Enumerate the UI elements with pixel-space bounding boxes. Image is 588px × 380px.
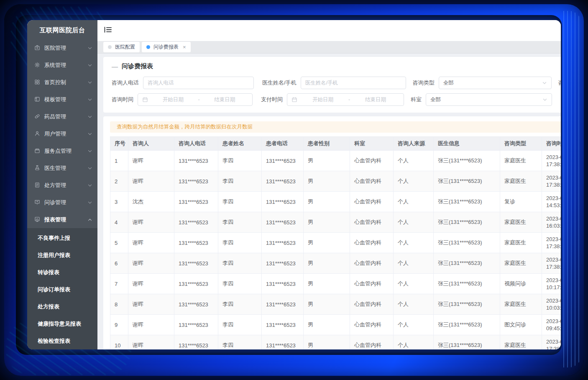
cell-gender: 男 [304,294,350,315]
column-header-2: 咨询人电话 [174,137,218,151]
box-icon [34,148,41,154]
table-row: 4谢晖131****6523李四131****6523男心血管内科个人张三(13… [110,212,561,233]
submenu-item-6[interactable]: 检验检查报表 [27,332,97,349]
user-icon [34,131,41,137]
chevron-down-icon [87,200,92,205]
cell-patient: 李四 [218,315,262,335]
cell-no: 2 [110,171,128,192]
consult-date: 2023-03-0 [546,318,561,325]
submenu-item-3[interactable]: 问诊订单报表 [27,281,97,298]
consult-type-select[interactable]: 全部 [439,77,552,89]
cell-no: 3 [110,192,128,212]
cell-patient: 李四 [218,253,262,274]
chevron-down-icon [542,97,547,102]
close-icon[interactable]: × [183,44,186,50]
cell-gender: 男 [304,171,350,192]
cell-patient_phone: 131****6523 [262,335,304,350]
cell-doctor: 张三(131****6523) [434,233,500,253]
app-title: 互联网医院后台 [27,20,97,39]
cell-consultant: 谢晖 [128,233,174,253]
consult-type-value: 全部 [443,80,454,87]
cell-source: 个人 [394,335,434,350]
cell-source: 个人 [394,294,434,315]
page-title: 问诊费报表 [122,62,153,70]
sidebar-item-6[interactable]: 服务点管理 [27,142,97,159]
notice-banner: 查询数据为自然月结算金额，跨月结算的数据归在次月数据 [110,121,561,133]
content-area: 医院配置问诊费报表× — 问诊费报表 咨询人电话 医生姓名/手机 咨询类型 [97,20,561,349]
sidebar-item-label: 首页控制 [44,79,87,86]
submenu-item-0[interactable]: 不良事件上报 [27,229,97,246]
consult-type-label: 咨询类型 [413,79,435,87]
submenu-item-5[interactable]: 健康指导意见报表 [27,315,97,332]
sidebar-item-0[interactable]: 医院管理 [27,39,97,56]
table-row: 1谢晖131****6523李四131****6523男心血管内科个人张三(13… [110,151,561,171]
filter-panel: — 问诊费报表 咨询人电话 医生姓名/手机 咨询类型 全部 [103,57,561,113]
tab-0[interactable]: 医院配置 [103,42,140,52]
cell-type: 图文问诊 [500,315,542,335]
cell-consultant: 谢晖 [128,171,174,192]
cell-patient: 李四 [218,171,262,192]
consult-time-label: 咨询时间 [112,96,133,103]
consult-time: 17:38:25 [546,181,561,188]
submenu-item-1[interactable]: 注册用户报表 [27,246,97,264]
consult-date: 2023-03-0 [546,174,561,181]
sidebar-item-3[interactable]: 模板管理 [27,91,97,108]
cell-patient_phone: 131****6523 [262,212,304,233]
consult-phone-input[interactable] [148,80,249,86]
tab-1[interactable]: 问诊费报表× [142,42,191,52]
sidebar-item-2[interactable]: 首页控制 [27,74,97,91]
dept-label: 科室 [411,96,422,103]
sidebar-item-10[interactable]: 报表管理 [27,211,97,228]
cell-consultant_phone: 131****6523 [174,233,218,253]
flask-icon [34,165,41,171]
consult-date: 2023-03-0 [546,338,561,345]
cell-consultant_phone: 131****6523 [174,335,218,350]
sidebar-item-7[interactable]: 医生管理 [27,159,97,177]
cell-consultant_phone: 131****6523 [174,274,218,294]
cell-source: 个人 [394,233,434,253]
cell-patient_phone: 131****6523 [262,151,304,171]
dept-select[interactable]: 全部 [426,93,552,106]
consult-time-range-picker[interactable]: 开始日期 - 结束日期 [138,93,253,106]
column-header-7: 咨询人来源 [394,137,434,151]
cell-type: 家庭医生 [500,294,542,315]
chat-icon [34,199,41,205]
sidebar-item-label: 服务点管理 [44,147,87,155]
date-separator: - [348,97,350,103]
chevron-down-icon [87,63,92,68]
chevron-down-icon [87,166,92,171]
cell-no: 6 [110,253,128,274]
chevron-down-icon [542,80,547,85]
cell-consultant_phone: 131****6523 [174,294,218,315]
grid-icon [34,79,41,85]
consult-phone-input-wrap [143,77,254,89]
date-separator: - [198,97,199,103]
cell-type: 视频问诊 [500,274,542,294]
pay-time-range-picker[interactable]: 开始日期 - 结束日期 [287,93,404,106]
sidebar-item-1[interactable]: 系统管理 [27,56,97,74]
hospital-icon [34,45,41,51]
sidebar-item-label: 报表管理 [44,216,87,223]
submenu-item-2[interactable]: 转诊报表 [27,264,97,281]
sidebar-item-5[interactable]: 用户管理 [27,125,97,142]
doctor-input[interactable] [305,80,401,86]
end-date-placeholder: 结束日期 [352,96,399,103]
pill-icon [34,113,41,120]
cell-source: 个人 [394,274,434,294]
sidebar-item-8[interactable]: 处方管理 [27,177,97,194]
consult-date: 2023-03-0 [546,215,561,222]
cell-consultant_phone: 131****6523 [174,315,218,335]
sidebar-item-4[interactable]: 药品管理 [27,108,97,125]
cell-patient: 李四 [218,151,262,171]
cell-patient: 李四 [218,233,262,253]
collapse-minus-icon[interactable]: — [112,63,118,70]
consult-date: 2023-03-0 [546,195,561,202]
chevron-up-icon [87,217,92,222]
submenu-item-4[interactable]: 处方报表 [27,298,97,315]
sidebar-collapse-icon[interactable] [104,26,112,35]
cell-type: 家庭医生 [500,212,542,233]
calendar-icon [291,97,297,103]
cell-no: 10 [110,335,128,350]
sidebar-item-label: 用户管理 [44,130,87,138]
sidebar-item-9[interactable]: 问诊管理 [27,194,97,211]
